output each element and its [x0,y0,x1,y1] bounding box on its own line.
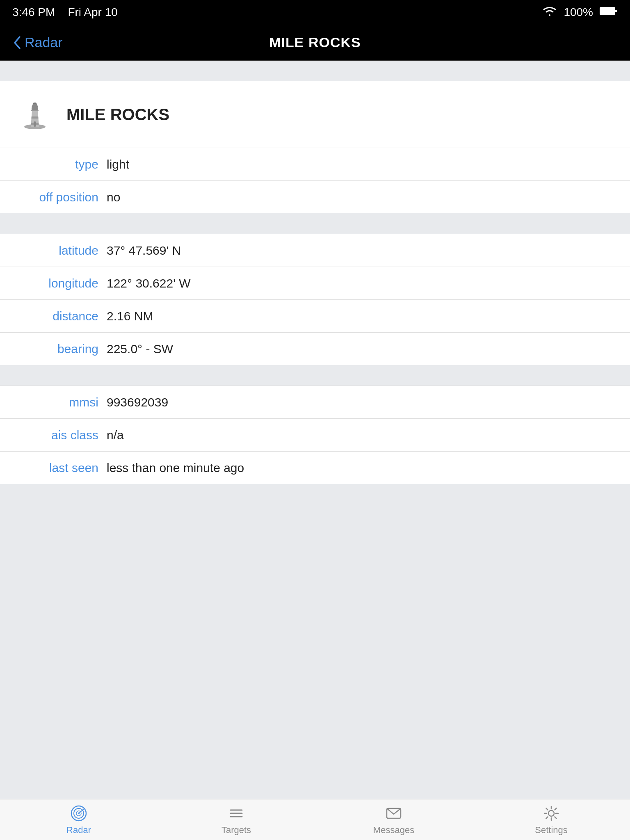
tab-settings[interactable]: Settings [472,799,630,840]
last-seen-row: last seen less than one minute ago [0,451,630,484]
latitude-label: latitude [16,244,107,258]
content-fill [0,484,630,799]
ais-class-value: n/a [107,428,124,442]
mmsi-label: mmsi [16,395,107,409]
longitude-value: 122° 30.622' W [107,276,191,290]
targets-tab-icon [227,804,245,822]
distance-row: distance 2.16 NM [0,299,630,332]
distance-label: distance [16,309,107,323]
header-card: MILE ROCKS type light off position no [0,81,630,213]
distance-value: 2.16 NM [107,309,153,323]
latitude-row: latitude 37° 47.569' N [0,234,630,267]
svg-rect-7 [34,121,36,127]
section-gap-3 [0,365,630,386]
card-header: MILE ROCKS [0,81,630,148]
last-seen-label: last seen [16,461,107,475]
type-row: type light [0,148,630,180]
battery-percentage: 100% [564,6,593,19]
type-value: light [107,158,129,171]
settings-tab-icon [542,804,560,822]
section-gap-top [0,61,630,81]
mmsi-row: mmsi 993692039 [0,386,630,418]
chevron-left-icon [12,36,22,50]
bearing-label: bearing [16,342,107,356]
longitude-label: longitude [16,276,107,290]
svg-rect-0 [600,7,615,15]
status-bar: 3:46 PM Fri Apr 10 100% [0,0,630,25]
svg-marker-5 [33,103,37,104]
status-date: Fri Apr 10 [68,6,117,18]
nav-title: MILE ROCKS [269,34,361,50]
tab-radar-label: Radar [66,825,91,835]
ais-card: mmsi 993692039 ais class n/a last seen l… [0,386,630,484]
off-position-row: off position no [0,180,630,213]
tab-messages[interactable]: Messages [315,799,472,840]
off-position-value: no [107,190,120,204]
tab-settings-label: Settings [535,825,568,835]
svg-rect-1 [615,10,617,12]
last-seen-value: less than one minute ago [107,461,244,475]
back-label: Radar [25,34,63,50]
tab-targets[interactable]: Targets [158,799,315,840]
latitude-value: 37° 47.569' N [107,244,181,258]
longitude-row: longitude 122° 30.622' W [0,267,630,299]
messages-tab-icon [385,804,403,822]
svg-rect-6 [31,110,39,111]
ais-class-label: ais class [16,428,107,442]
svg-point-17 [548,810,554,816]
bearing-row: bearing 225.0° - SW [0,332,630,365]
svg-marker-4 [32,104,38,107]
status-indicators: 100% [542,5,618,20]
tab-radar[interactable]: Radar [0,799,158,840]
battery-icon [600,6,618,19]
tab-messages-label: Messages [373,825,414,835]
lighthouse-icon [16,96,53,133]
ais-class-row: ais class n/a [0,418,630,451]
mmsi-value: 993692039 [107,395,168,409]
tab-bar: Radar Targets Messages Settings [0,799,630,840]
wifi-icon [542,5,557,20]
radar-tab-icon [70,804,88,822]
coordinates-card: latitude 37° 47.569' N longitude 122° 30… [0,234,630,365]
section-gap-2 [0,213,630,234]
nav-bar: Radar MILE ROCKS [0,25,630,61]
type-label: type [16,158,107,171]
status-time: 3:46 PM [12,6,55,18]
header-title: MILE ROCKS [66,105,169,124]
bearing-value: 225.0° - SW [107,342,173,356]
tab-targets-label: Targets [221,825,251,835]
back-button[interactable]: Radar [12,34,63,50]
off-position-label: off position [16,190,107,204]
status-time-date: 3:46 PM Fri Apr 10 [12,6,118,19]
